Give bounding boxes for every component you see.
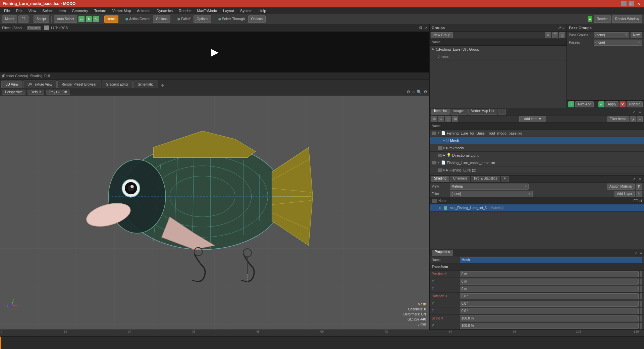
groups-icon-3[interactable]: □ bbox=[559, 32, 565, 38]
menu-geometry[interactable]: Geometry bbox=[69, 8, 91, 13]
preview-play-button[interactable]: ▶ bbox=[206, 43, 223, 60]
menu-layout[interactable]: Layout bbox=[220, 8, 237, 13]
position-y-value[interactable]: 0 m bbox=[460, 279, 639, 285]
tab-images[interactable]: Images bbox=[450, 109, 468, 115]
tab-uv-texture[interactable]: UV Texture View bbox=[23, 81, 57, 88]
select-through-radio[interactable]: Select Through bbox=[216, 16, 247, 22]
prop-sx-handle[interactable] bbox=[640, 315, 642, 321]
render-window-button[interactable]: Render Window bbox=[612, 15, 642, 23]
preview-settings-icon[interactable]: ⚙ bbox=[419, 26, 423, 30]
menu-file[interactable]: File bbox=[1, 8, 13, 13]
auto-add-button[interactable]: Auto Add bbox=[575, 101, 594, 107]
menu-vertex-map[interactable]: Vertex Map bbox=[110, 8, 134, 13]
group-item-fishing-lure[interactable]: ▶ 🗂 Fishing_Lure (3) : Group bbox=[430, 46, 567, 53]
new-pass-button[interactable]: New bbox=[631, 32, 642, 38]
timeline-playhead[interactable] bbox=[0, 337, 1, 349]
auto-add-icon[interactable]: + bbox=[568, 101, 574, 107]
shading-more-icon[interactable]: ≡ bbox=[638, 177, 643, 182]
tab-add[interactable]: + bbox=[498, 109, 506, 115]
timeline-track[interactable] bbox=[0, 337, 644, 349]
tab-properties[interactable]: Properties bbox=[432, 250, 453, 256]
menu-animate[interactable]: Animate bbox=[134, 8, 153, 13]
tab-render-preset[interactable]: Render Preset Browser bbox=[57, 81, 101, 88]
close-button[interactable]: ✕ bbox=[636, 1, 641, 6]
groups-expand-icon[interactable]: ↗ bbox=[558, 26, 561, 30]
rotation-z-value[interactable]: 0.0 ° bbox=[460, 308, 639, 314]
itemlist-more-icon[interactable]: ≡ bbox=[638, 109, 643, 114]
tab-gradient-editor[interactable]: Gradient Editor bbox=[102, 81, 133, 88]
rotate-icon[interactable]: ↻ bbox=[86, 16, 92, 22]
tab-schematic[interactable]: Schematic bbox=[133, 81, 158, 88]
passes-dropdown[interactable]: (none) ▼ bbox=[594, 40, 642, 46]
prop-sy-handle[interactable] bbox=[640, 323, 642, 329]
il-icon-grid[interactable]: ⊞ bbox=[452, 116, 458, 122]
tab-vertex-map-list[interactable]: Vertex Map List bbox=[468, 109, 497, 115]
groups-icon-1[interactable]: ⚙ bbox=[545, 32, 551, 38]
minimize-button[interactable]: ─ bbox=[621, 1, 627, 6]
props-more-icon[interactable]: ≡ bbox=[640, 250, 642, 255]
menu-texture[interactable]: Texture bbox=[92, 8, 109, 13]
discard-button[interactable]: Discard bbox=[627, 101, 643, 107]
viewport-more-icon[interactable]: ⚙ bbox=[424, 90, 427, 94]
scale-x-value[interactable]: 100.0 % bbox=[460, 315, 639, 321]
tab-shading[interactable]: Shading bbox=[431, 176, 449, 182]
scale-y-value[interactable]: 100.0 % bbox=[460, 323, 639, 329]
menu-help[interactable]: Help bbox=[256, 8, 269, 13]
groups-icon-2[interactable]: ☰ bbox=[552, 32, 558, 38]
tab-channels[interactable]: Channels bbox=[450, 176, 470, 182]
item-scene-file-2[interactable]: ▼ 📄 Fishing_Lure_modo_base.lxo bbox=[430, 159, 644, 166]
falloff-radio[interactable]: Falloff bbox=[175, 16, 192, 22]
prop-rz-handle[interactable] bbox=[640, 308, 642, 314]
props-expand-icon[interactable]: ↗ bbox=[634, 250, 638, 255]
shading-expand-icon[interactable]: ↗ bbox=[631, 177, 637, 182]
ray-gl-label[interactable]: Ray GL: Off bbox=[46, 90, 70, 95]
toolbar-options-3[interactable]: Options bbox=[248, 15, 266, 23]
item-dir-light-1[interactable]: ▸ 💡 Directional Light bbox=[430, 152, 644, 159]
menu-render[interactable]: Render bbox=[176, 8, 194, 13]
prop-y-handle[interactable] bbox=[640, 279, 642, 285]
shading-s-btn[interactable]: S bbox=[636, 191, 642, 197]
viewport-zoom-icon[interactable]: 🔍 bbox=[417, 90, 422, 94]
viewport-3d[interactable]: Perspective Default Ray GL: Off ⚙ ⌂ 🔍 ⚙ bbox=[0, 88, 429, 330]
preview-expand-icon[interactable]: ↗ bbox=[424, 26, 427, 30]
menu-edit[interactable]: Edit bbox=[13, 8, 25, 13]
pass-groups-dropdown[interactable]: (none) ▼ bbox=[594, 32, 629, 38]
shading-f-btn[interactable]: F bbox=[636, 184, 642, 190]
new-group-button[interactable]: New Group bbox=[431, 32, 453, 38]
il-icon-filter[interactable]: □ bbox=[445, 116, 451, 122]
prop-z-handle[interactable] bbox=[640, 286, 642, 292]
material-row-1[interactable]: ▶ mat_Fishing_Lure_set_3 (Material) bbox=[430, 204, 644, 212]
add-item-button[interactable]: Add Item ▼ bbox=[519, 116, 546, 122]
item-mesh[interactable]: ▪ ⬡ Mesh bbox=[430, 137, 644, 144]
prop-ry-handle[interactable] bbox=[640, 301, 642, 307]
menu-system[interactable]: System bbox=[237, 8, 255, 13]
menu-item[interactable]: Item bbox=[56, 8, 68, 13]
tab-shading-add[interactable]: + bbox=[501, 176, 509, 182]
add-tab-button[interactable]: + bbox=[159, 83, 167, 88]
rotation-y-value[interactable]: 0.0 ° bbox=[460, 301, 639, 307]
transform-section[interactable]: Transform bbox=[430, 264, 644, 270]
auto-select-button[interactable]: Auto Select bbox=[54, 15, 77, 23]
tab-3d-view[interactable]: 3D View bbox=[1, 81, 22, 88]
f2-button[interactable]: F2 bbox=[18, 15, 29, 23]
groups-more-icon[interactable]: ≡ bbox=[562, 26, 565, 30]
position-z-value[interactable]: 0 m bbox=[460, 286, 639, 292]
toolbar-options-2[interactable]: Options bbox=[194, 15, 211, 23]
menu-select[interactable]: Select bbox=[40, 8, 55, 13]
il-icon-eye[interactable]: 👁 bbox=[431, 116, 437, 122]
menu-maxtomod[interactable]: MaxToModo bbox=[194, 8, 220, 13]
menu-dynamics[interactable]: Dynamics bbox=[154, 8, 175, 13]
render-button[interactable]: Render bbox=[594, 15, 611, 23]
default-label[interactable]: Default bbox=[28, 90, 44, 95]
model-button[interactable]: Model bbox=[2, 15, 17, 23]
shading-view-dropdown[interactable]: Material ▼ bbox=[450, 184, 529, 190]
item-scene-file-1[interactable]: ▼ 📄 Fishing_Lure_for_Bass_Trout_modo_bas… bbox=[430, 130, 644, 137]
tab-item-list[interactable]: Item List bbox=[431, 109, 450, 115]
toolbar-options-1[interactable]: Options bbox=[153, 15, 170, 23]
discard-icon[interactable]: ✕ bbox=[620, 101, 626, 107]
render-icon[interactable]: ● bbox=[588, 16, 592, 22]
position-x-value[interactable]: 0 m bbox=[460, 271, 639, 277]
item-m2modo[interactable]: ▶ ▸ m2modo bbox=[430, 144, 644, 152]
filter-items-button[interactable]: Filter Items bbox=[607, 116, 629, 122]
shading-filter-dropdown[interactable]: (none) ▼ bbox=[450, 191, 533, 197]
